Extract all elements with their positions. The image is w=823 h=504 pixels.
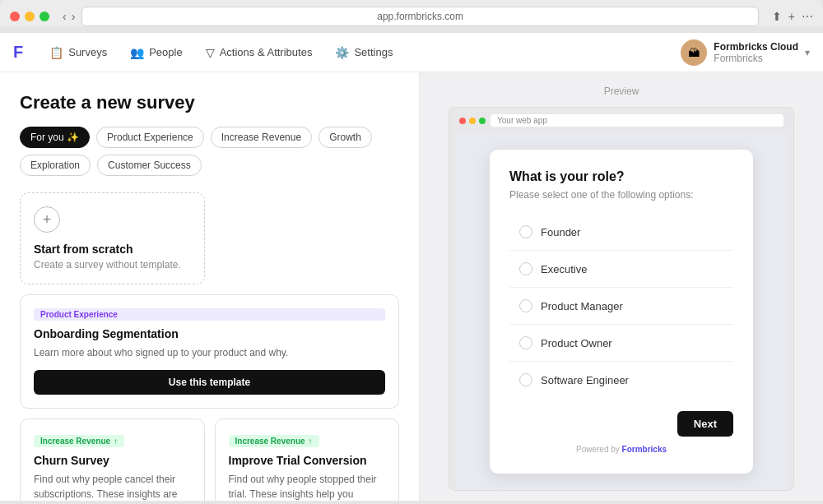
- user-avatar: 🏔: [681, 39, 707, 66]
- preview-browser: Your web app What is your role? Please s…: [449, 107, 794, 491]
- filter-tab-for-you[interactable]: For you ✨: [20, 127, 90, 148]
- nav-surveys-label: Surveys: [68, 46, 107, 58]
- featured-card[interactable]: Product Experience Onboarding Segmentati…: [20, 294, 399, 409]
- filter-tab-exploration[interactable]: Exploration: [20, 155, 91, 176]
- customer-success-label: Customer Success: [108, 160, 191, 171]
- address-text: app.formbricks.com: [377, 11, 463, 22]
- nav-surveys[interactable]: 📋 Surveys: [40, 41, 117, 64]
- filter-tab-product-experience[interactable]: Product Experience: [96, 127, 204, 148]
- filter-tab-customer-success[interactable]: Customer Success: [97, 155, 202, 176]
- preview-url-text: Your web app: [497, 116, 547, 125]
- preview-content: What is your role? Please select one of …: [456, 133, 787, 490]
- option-founder-label: Founder: [541, 226, 580, 238]
- maximize-button[interactable]: [40, 12, 49, 21]
- close-button[interactable]: [10, 12, 20, 21]
- user-name: Formbricks Cloud: [714, 41, 798, 53]
- churn-tag: Increase Revenue ↑: [34, 435, 124, 447]
- use-template-button[interactable]: Use this template: [34, 370, 385, 395]
- divider-4: [509, 361, 733, 362]
- divider-2: [509, 287, 733, 288]
- minimize-button[interactable]: [25, 12, 35, 21]
- radio-founder[interactable]: [519, 225, 532, 238]
- product-experience-label: Product Experience: [107, 132, 193, 143]
- user-info: Formbricks Cloud Formbricks: [714, 41, 798, 64]
- right-panel: Preview Your web app What is your role? …: [420, 72, 823, 501]
- user-org: Formbricks: [714, 53, 798, 64]
- trial-tag-icon: ↑: [309, 437, 313, 446]
- divider-3: [509, 324, 733, 325]
- survey-options: Founder Executive Product Manager: [509, 217, 733, 395]
- option-product-owner[interactable]: Product Owner: [509, 328, 733, 358]
- scratch-card[interactable]: + Start from scratch Create a survey wit…: [20, 192, 205, 284]
- trial-title: Improve Trial Conversion: [229, 454, 386, 467]
- new-tab-button[interactable]: +: [788, 10, 795, 23]
- survey-subtitle: Please select one of the following optio…: [509, 189, 733, 201]
- survey-question: What is your role?: [509, 169, 733, 184]
- powered-by: Powered by Formbricks: [509, 445, 733, 454]
- option-product-owner-label: Product Owner: [541, 337, 612, 349]
- churn-title: Churn Survey: [34, 454, 191, 467]
- trial-tag-label: Increase Revenue: [235, 437, 305, 446]
- gear-icon: ⚙️: [335, 46, 349, 59]
- preview-maximize: [479, 118, 486, 124]
- user-section: 🏔 Formbricks Cloud Formbricks ▾: [681, 39, 810, 66]
- forward-button[interactable]: ›: [72, 10, 76, 23]
- option-executive[interactable]: Executive: [509, 254, 733, 284]
- powered-by-text: Powered by: [576, 445, 622, 454]
- radio-executive[interactable]: [519, 262, 532, 275]
- traffic-lights: [10, 12, 49, 21]
- option-founder[interactable]: Founder: [509, 217, 733, 247]
- preview-url-bar: Your web app: [491, 114, 783, 127]
- preview-titlebar: Your web app: [456, 114, 787, 133]
- preview-minimize: [469, 118, 476, 124]
- scratch-title: Start from scratch: [34, 243, 133, 256]
- churn-tag-icon: ↑: [114, 437, 118, 446]
- nav-items: 📋 Surveys 👥 People ▽ Actions & Attribute…: [40, 41, 681, 64]
- divider: [509, 250, 733, 251]
- app-nav: F 📋 Surveys 👥 People ▽ Actions & Attribu…: [0, 33, 823, 72]
- page-title: Create a new survey: [20, 92, 399, 113]
- share-button[interactable]: ⬆: [772, 10, 782, 23]
- people-icon: 👥: [130, 46, 144, 59]
- churn-desc: Find out why people cancel their subscri…: [34, 472, 191, 501]
- browser-chrome: ‹ › app.formbricks.com ⬆ + ⋯: [0, 0, 823, 26]
- preview-close: [459, 118, 466, 124]
- template-card-trial[interactable]: Increase Revenue ↑ Improve Trial Convers…: [215, 418, 400, 501]
- nav-people[interactable]: 👥 People: [120, 41, 192, 64]
- churn-tag-label: Increase Revenue: [40, 437, 110, 446]
- nav-settings[interactable]: ⚙️ Settings: [325, 41, 402, 64]
- featured-desc: Learn more about who signed up to your p…: [34, 345, 385, 360]
- option-software-engineer-label: Software Engineer: [541, 374, 629, 386]
- nav-actions[interactable]: ▽ Actions & Attributes: [196, 41, 323, 64]
- more-button[interactable]: ⋯: [802, 10, 813, 23]
- radio-product-manager[interactable]: [519, 299, 532, 312]
- app-logo: F: [13, 43, 23, 62]
- option-product-manager[interactable]: Product Manager: [509, 291, 733, 321]
- radio-software-engineer[interactable]: [519, 373, 532, 386]
- for-you-label: For you ✨: [30, 132, 79, 143]
- radio-product-owner[interactable]: [519, 336, 532, 349]
- preview-traffic-lights: [459, 118, 486, 124]
- left-panel: Create a new survey For you ✨ Product Ex…: [0, 72, 420, 501]
- featured-tag: Product Experience: [34, 308, 385, 321]
- increase-revenue-label: Increase Revenue: [221, 132, 301, 143]
- add-icon: +: [34, 206, 60, 233]
- filter-tab-growth[interactable]: Growth: [319, 127, 372, 148]
- exploration-label: Exploration: [30, 160, 80, 171]
- template-card-churn[interactable]: Increase Revenue ↑ Churn Survey Find out…: [20, 418, 205, 501]
- trial-tag: Increase Revenue ↑: [229, 435, 319, 447]
- next-button[interactable]: Next: [677, 411, 733, 437]
- nav-actions-label: Actions & Attributes: [220, 46, 313, 58]
- trial-desc: Find out why people stopped their trial.…: [229, 472, 386, 501]
- browser-nav: ‹ ›: [63, 10, 75, 23]
- scratch-desc: Create a survey without template.: [34, 259, 181, 270]
- user-chevron-icon[interactable]: ▾: [805, 47, 810, 58]
- browser-titlebar: ‹ › app.formbricks.com ⬆ + ⋯: [10, 7, 813, 26]
- filter-icon: ▽: [206, 46, 215, 59]
- address-bar[interactable]: app.formbricks.com: [81, 7, 758, 26]
- back-button[interactable]: ‹: [63, 10, 67, 23]
- option-software-engineer[interactable]: Software Engineer: [509, 365, 733, 395]
- filter-tab-increase-revenue[interactable]: Increase Revenue: [211, 127, 312, 148]
- main-layout: Create a new survey For you ✨ Product Ex…: [0, 72, 823, 501]
- featured-tag-label: Product Experience: [40, 310, 118, 319]
